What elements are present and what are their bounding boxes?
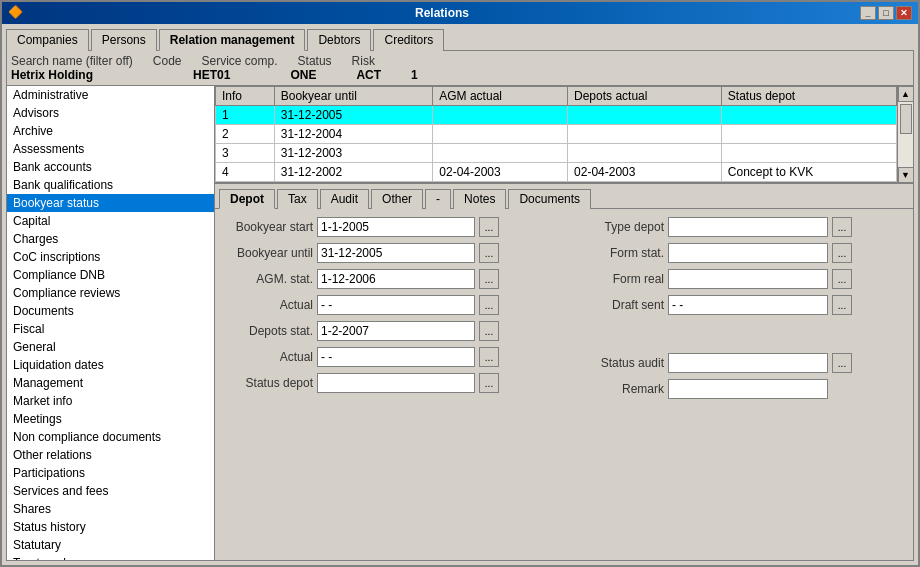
bookyear-until-browse-button[interactable]: ... [479, 243, 499, 263]
data-table: Info Bookyear until AGM actual Depots ac… [215, 86, 897, 182]
minimize-button[interactable]: _ [860, 6, 876, 20]
scroll-thumb[interactable] [900, 104, 912, 134]
sidebar-item-other-relations[interactable]: Other relations [7, 446, 214, 464]
search-value: Hetrix Holding [11, 68, 93, 82]
form-row-remark: Remark [574, 379, 905, 399]
status-depot-browse-button[interactable]: ... [479, 373, 499, 393]
form-stat-input[interactable] [668, 243, 828, 263]
sidebar-item-status-history[interactable]: Status history [7, 518, 214, 536]
sidebar-item-liquidation-dates[interactable]: Liquidation dates [7, 356, 214, 374]
sidebar-item-shares[interactable]: Shares [7, 500, 214, 518]
table-row[interactable]: 1 31-12-2005 [216, 106, 897, 125]
form-real-browse-button[interactable]: ... [832, 269, 852, 289]
sidebar-item-participations[interactable]: Participations [7, 464, 214, 482]
cell-status-depot [721, 144, 896, 163]
actual-2-label: Actual [223, 350, 313, 364]
actual-2-browse-button[interactable]: ... [479, 347, 499, 367]
bookyear-start-browse-button[interactable]: ... [479, 217, 499, 237]
actual-2-input[interactable] [317, 347, 475, 367]
tab-persons[interactable]: Persons [91, 29, 157, 51]
sub-tab-depot[interactable]: Depot [219, 189, 275, 209]
cell-bookyear-until: 31-12-2002 [274, 163, 433, 182]
sidebar-item-capital[interactable]: Capital [7, 212, 214, 230]
sidebar-item-meetings[interactable]: Meetings [7, 410, 214, 428]
tab-companies[interactable]: Companies [6, 29, 89, 51]
main-tabs: Companies Persons Relation management De… [2, 24, 918, 50]
sidebar-item-documents[interactable]: Documents [7, 302, 214, 320]
service-comp-value-field: ONE [290, 68, 316, 82]
sidebar-item-coc-inscriptions[interactable]: CoC inscriptions [7, 248, 214, 266]
depots-stat-browse-button[interactable]: ... [479, 321, 499, 341]
sidebar-item-non-compliance[interactable]: Non compliance documents [7, 428, 214, 446]
agm-stat-input[interactable] [317, 269, 475, 289]
col-agm-actual: AGM actual [433, 87, 568, 106]
sidebar-item-fiscal[interactable]: Fiscal [7, 320, 214, 338]
col-status-depot: Status depot [721, 87, 896, 106]
sidebar-item-trustemployees[interactable]: Trustemployees [7, 554, 214, 560]
depots-stat-input[interactable] [317, 321, 475, 341]
tab-creditors[interactable]: Creditors [373, 29, 444, 51]
close-button[interactable]: ✕ [896, 6, 912, 20]
sidebar-item-bookyear-status[interactable]: Bookyear status [7, 194, 214, 212]
sidebar-item-bank-accounts[interactable]: Bank accounts [7, 158, 214, 176]
service-comp-field: Service comp. [202, 54, 278, 68]
tab-debtors[interactable]: Debtors [307, 29, 371, 51]
sidebar-item-archive[interactable]: Archive [7, 122, 214, 140]
sidebar-item-administrative[interactable]: Administrative [7, 86, 214, 104]
sub-tab-notes[interactable]: Notes [453, 189, 506, 209]
table-scrollbar[interactable]: ▲ ▼ [897, 86, 913, 183]
form-real-input[interactable] [668, 269, 828, 289]
type-depot-browse-button[interactable]: ... [832, 217, 852, 237]
sub-tab-documents[interactable]: Documents [508, 189, 591, 209]
bookyear-start-label: Bookyear start [223, 220, 313, 234]
sub-tab-audit[interactable]: Audit [320, 189, 369, 209]
cell-bookyear-until: 31-12-2003 [274, 144, 433, 163]
type-depot-input[interactable] [668, 217, 828, 237]
window-title: Relations [24, 6, 860, 20]
sub-tab-dash[interactable]: - [425, 189, 451, 209]
right-panel: Info Bookyear until AGM actual Depots ac… [215, 86, 913, 560]
sidebar-item-market-info[interactable]: Market info [7, 392, 214, 410]
status-depot-input[interactable] [317, 373, 475, 393]
agm-stat-browse-button[interactable]: ... [479, 269, 499, 289]
remark-input[interactable] [668, 379, 828, 399]
status-audit-browse-button[interactable]: ... [832, 353, 852, 373]
data-table-container: Info Bookyear until AGM actual Depots ac… [215, 86, 897, 183]
window-controls: _ □ ✕ [860, 6, 912, 20]
sidebar-item-general[interactable]: General [7, 338, 214, 356]
scroll-down-button[interactable]: ▼ [898, 167, 914, 183]
cell-depots-actual: 02-04-2003 [568, 163, 722, 182]
sub-tab-tax[interactable]: Tax [277, 189, 318, 209]
sidebar-item-charges[interactable]: Charges [7, 230, 214, 248]
code-value-field: HET01 [193, 68, 230, 82]
sidebar-item-services-fees[interactable]: Services and fees [7, 482, 214, 500]
sidebar-item-statutary[interactable]: Statutary [7, 536, 214, 554]
form-left-column: Bookyear start ... Bookyear until ... AG… [223, 217, 554, 552]
table-row[interactable]: 3 31-12-2003 [216, 144, 897, 163]
tab-relation-management[interactable]: Relation management [159, 29, 306, 51]
cell-agm-actual [433, 106, 568, 125]
draft-sent-browse-button[interactable]: ... [832, 295, 852, 315]
maximize-button[interactable]: □ [878, 6, 894, 20]
actual-1-browse-button[interactable]: ... [479, 295, 499, 315]
actual-1-input[interactable] [317, 295, 475, 315]
sidebar-item-assessments[interactable]: Assessments [7, 140, 214, 158]
sidebar-item-compliance-dnb[interactable]: Compliance DNB [7, 266, 214, 284]
bookyear-start-input[interactable] [317, 217, 475, 237]
form-stat-browse-button[interactable]: ... [832, 243, 852, 263]
col-info: Info [216, 87, 275, 106]
risk-value: 1 [411, 68, 418, 82]
sidebar-item-management[interactable]: Management [7, 374, 214, 392]
col-bookyear-until: Bookyear until [274, 87, 433, 106]
bookyear-until-input[interactable] [317, 243, 475, 263]
main-body: Administrative Advisors Archive Assessme… [7, 86, 913, 560]
scroll-up-button[interactable]: ▲ [898, 86, 914, 102]
status-audit-input[interactable] [668, 353, 828, 373]
sidebar-item-advisors[interactable]: Advisors [7, 104, 214, 122]
sub-tab-other[interactable]: Other [371, 189, 423, 209]
table-row[interactable]: 2 31-12-2004 [216, 125, 897, 144]
sidebar-item-compliance-reviews[interactable]: Compliance reviews [7, 284, 214, 302]
draft-sent-input[interactable] [668, 295, 828, 315]
table-row[interactable]: 4 31-12-2002 02-04-2003 02-04-2003 Conce… [216, 163, 897, 182]
sidebar-item-bank-qualifications[interactable]: Bank qualifications [7, 176, 214, 194]
